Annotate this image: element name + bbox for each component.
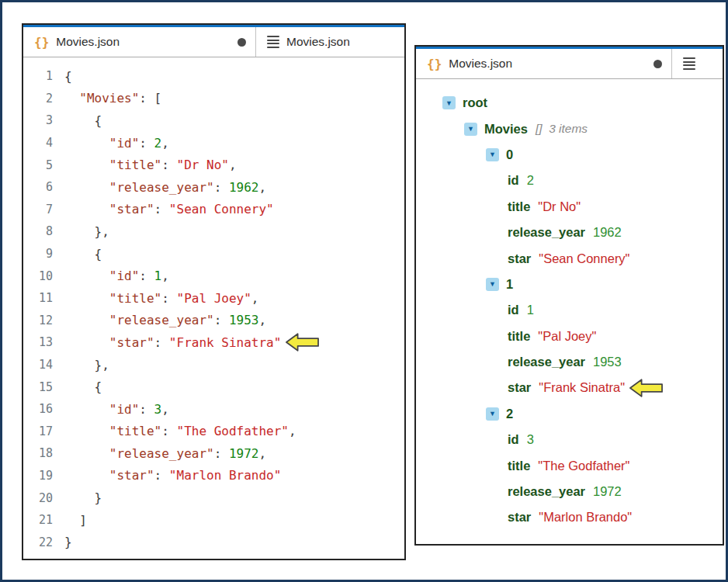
tree-value[interactable]: "Marlon Brando" (539, 510, 632, 525)
code-text: "title": "Pal Joey", (53, 291, 258, 306)
code-text: } (53, 490, 102, 505)
code-token: "Movies" (79, 91, 139, 106)
tab-truncated[interactable] (672, 47, 723, 78)
code-token: : (161, 158, 176, 172)
code-line[interactable]: 14 }, (23, 354, 404, 376)
code-token: "release_year" (109, 313, 214, 327)
code-token: "Sean Connery" (169, 202, 274, 217)
code-line[interactable]: 21 ] (23, 509, 404, 532)
code-token: , (258, 180, 266, 195)
code-line[interactable]: 18 "release_year": 1972, (23, 442, 404, 465)
collapse-toggle-icon[interactable]: ▼ (486, 278, 499, 291)
code-token: { (64, 247, 102, 262)
tree-value[interactable]: "Frank Sinatra" (539, 380, 625, 395)
code-text: { (53, 69, 72, 84)
code-token: 3 (154, 402, 162, 417)
code-line[interactable]: 4 "id": 2, (23, 132, 404, 154)
code-token: "star" (109, 468, 154, 483)
tab-movies-json-code[interactable]: {} Movies.json (23, 25, 256, 57)
code-line[interactable]: 7 "star": "Sean Connery" (23, 199, 404, 221)
code-token (64, 91, 79, 106)
code-line[interactable]: 9 { (23, 243, 404, 265)
tree-value[interactable]: "The Godfather" (538, 459, 629, 473)
code-token: "title" (109, 158, 161, 172)
collapse-toggle-icon[interactable]: ▼ (486, 407, 499, 421)
line-number: 2 (23, 92, 53, 106)
code-token: 1962 (229, 180, 259, 195)
code-line[interactable]: 8 }, (23, 220, 404, 243)
tree-value[interactable]: "Dr No" (538, 199, 581, 214)
tree-meta: [] 3 items (536, 122, 588, 136)
tree-value[interactable]: 1962 (593, 225, 622, 240)
tree-value[interactable]: 1 (527, 303, 534, 317)
tree-value[interactable]: 2 (527, 173, 534, 188)
code-line[interactable]: 16 "id": 3, (23, 398, 404, 421)
code-token: : (214, 446, 229, 461)
code-token: { (64, 379, 102, 394)
code-line[interactable]: 19 "star": "Marlon Brando" (23, 465, 404, 487)
tree-key: id (508, 173, 519, 188)
line-number: 14 (23, 358, 53, 372)
code-line[interactable]: 15 { (23, 376, 404, 398)
modified-indicator-dot[interactable] (653, 60, 662, 68)
tree-node: ▼1 (416, 272, 723, 297)
code-line[interactable]: 3 { (23, 109, 404, 132)
code-line[interactable]: 22} (23, 531, 404, 553)
modified-indicator-dot[interactable] (237, 38, 246, 47)
code-token: ] (64, 513, 87, 528)
code-text: "title": "The Godfather", (53, 424, 296, 438)
code-line[interactable]: 13 "star": "Frank Sinatra" (23, 331, 404, 354)
tree-key: star (508, 510, 531, 525)
line-number: 10 (23, 269, 53, 283)
tree-value[interactable]: "Sean Connery" (539, 251, 629, 266)
code-token: "Dr No" (177, 158, 229, 172)
code-token (64, 180, 109, 195)
code-token (64, 158, 109, 172)
code-text: "id": 2, (53, 136, 169, 151)
code-line[interactable]: 11 "title": "Pal Joey", (23, 287, 404, 310)
collapse-toggle-icon[interactable]: ▼ (464, 123, 477, 136)
code-token: : (139, 268, 154, 283)
tree-value[interactable]: "Pal Joey" (538, 329, 596, 344)
tab-label: Movies.json (56, 35, 120, 49)
tree-value[interactable]: 3 (527, 432, 534, 447)
collapse-toggle-icon[interactable]: ▼ (486, 148, 499, 161)
tab-movies-json-tree[interactable]: Movies.json (256, 25, 404, 57)
code-token: , (161, 402, 169, 417)
tree-node: id3 (416, 427, 723, 452)
code-line[interactable]: 6 "release_year": 1962, (23, 176, 404, 199)
line-number: 1 (23, 69, 53, 83)
code-editor[interactable]: 1{2 "Movies": [3 {4 "id": 2,5 "title": "… (23, 57, 404, 553)
line-number: 9 (23, 247, 53, 261)
tree-key: 1 (506, 277, 513, 292)
code-token: , (258, 446, 266, 461)
line-number: 18 (23, 446, 53, 460)
screenshot-frame: {} Movies.json Movies.json 1{2 "Movies":… (0, 0, 728, 582)
code-token (64, 291, 109, 306)
code-token: , (289, 424, 296, 438)
tree-key: 0 (506, 147, 513, 162)
tab-movies-json-tree-view[interactable]: {} Movies.json (416, 47, 672, 78)
tree-node: id1 (416, 297, 723, 323)
tree-value[interactable]: 1972 (593, 484, 622, 499)
code-line[interactable]: 10 "id": 1, (23, 265, 404, 287)
code-editor-panel: {} Movies.json Movies.json 1{2 "Movies":… (22, 23, 406, 560)
code-line[interactable]: 12 "release_year": 1953, (23, 310, 404, 332)
code-line[interactable]: 2 "Movies": [ (23, 88, 404, 110)
tree-view-panel: {} Movies.json ▼root▼Movies[] 3 items▼0i… (414, 45, 724, 546)
code-line[interactable]: 17 "title": "The Godfather", (23, 421, 404, 443)
tree-view-icon (683, 57, 695, 70)
code-line[interactable]: 5 "title": "Dr No", (23, 154, 404, 176)
code-line[interactable]: 1{ (23, 65, 404, 88)
code-text: "id": 3, (53, 402, 169, 417)
collapse-toggle-icon[interactable]: ▼ (442, 96, 456, 109)
code-token: { (64, 69, 72, 84)
line-number: 20 (23, 491, 53, 505)
highlight-arrow-icon (285, 332, 320, 352)
code-token: 1953 (229, 313, 259, 327)
editor-tab-bar: {} Movies.json Movies.json (23, 25, 404, 57)
tree-value[interactable]: 1953 (593, 355, 622, 369)
code-token: : [ (139, 91, 161, 106)
code-line[interactable]: 20 } (23, 487, 404, 509)
code-token: "Marlon Brando" (169, 468, 282, 483)
